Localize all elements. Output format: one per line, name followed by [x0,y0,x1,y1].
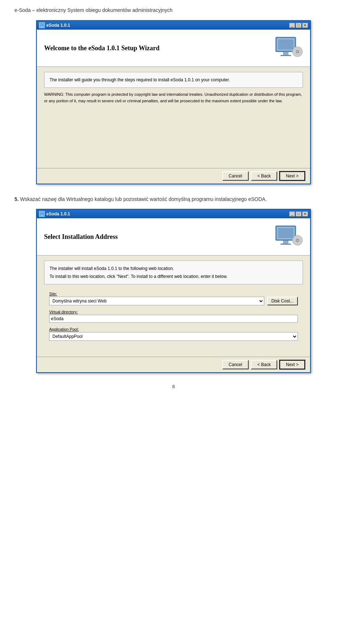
page-number: 8 [14,384,333,389]
info-box-2: The installer will install eSoda 1.0.1 t… [44,261,303,284]
wizard-footer-2: Cancel < Back Next > [37,357,310,372]
info-text-1: The installer will guide you through the… [50,77,230,82]
titlebar-controls-2[interactable]: _ □ ✕ [289,211,308,216]
wizard-footer-1: Cancel < Back Next > [37,168,310,184]
wizard-title-1: Welcome to the eSoda 1.0.1 Setup Wizard [44,44,159,52]
titlebar-icon-2 [39,211,45,217]
wizard-content-2: The installer will install eSoda 1.0.1 t… [37,256,310,357]
back-button-1[interactable]: < Back [251,171,277,181]
info-line-2: To install to this web location, click "… [50,273,297,280]
titlebar-left-2: eSoda 1.0.1 [39,211,70,217]
cancel-button-1[interactable]: Cancel [222,171,249,181]
titlebar-left-1: eSoda 1.0.1 [39,22,70,28]
step-5-text: 5. Wskazać nazwę dla Wirtualnego katalog… [14,195,333,203]
computer-icon-1 [274,35,303,61]
svg-rect-16 [283,241,288,244]
app-pool-select[interactable]: DefaultAppPool [49,332,298,341]
site-select-wrapper[interactable]: Domyślna witryna sieci Web [49,297,264,305]
wizard-header-1: Welcome to the eSoda 1.0.1 Setup Wizard [37,30,310,67]
wizard-title-2: Select Installation Address [44,233,118,241]
titlebar-title-1: eSoda 1.0.1 [46,23,70,28]
dialog1-body: Welcome to the eSoda 1.0.1 Setup Wizard … [37,30,310,184]
titlebar-1: eSoda 1.0.1 _ □ ✕ [37,21,310,30]
svg-rect-13 [41,216,43,216]
setup-wizard-dialog-2: eSoda 1.0.1 _ □ ✕ Select Installation Ad… [36,209,311,373]
svg-rect-5 [283,52,288,55]
warning-text-1: WARNING: This computer program is protec… [44,91,303,104]
svg-rect-10 [278,39,294,50]
disk-cost-button[interactable]: Disk Cost... [267,297,298,305]
maximize-button-1[interactable]: □ [296,23,301,28]
app-pool-select-wrapper[interactable]: DefaultAppPool [49,332,298,341]
svg-rect-17 [280,244,291,245]
next-button-2[interactable]: Next > [279,360,305,369]
svg-rect-6 [280,55,291,56]
titlebar-icon-1 [39,22,45,28]
next-button-1[interactable]: Next > [279,171,305,181]
info-line-1: The installer will install eSoda 1.0.1 t… [50,265,297,272]
svg-rect-1 [41,26,43,27]
app-pool-label: Application Pool: [49,327,298,331]
page-header: e-Soda – elektroniczny System obiegu dok… [14,7,333,13]
svg-point-9 [297,51,298,52]
svg-rect-21 [278,228,294,238]
computer-icon-2 [274,224,303,249]
wizard-content-1: The installer will guide you through the… [37,67,310,168]
close-button-2[interactable]: ✕ [302,211,308,216]
maximize-button-2[interactable]: □ [296,211,301,216]
app-pool-field-row: Application Pool: DefaultAppPool [49,327,298,341]
titlebar-2: eSoda 1.0.1 _ □ ✕ [37,210,310,218]
step-number: 5. [14,196,19,202]
titlebar-title-2: eSoda 1.0.1 [46,211,70,216]
svg-rect-0 [40,24,44,26]
svg-point-20 [297,240,298,241]
close-button-1[interactable]: ✕ [302,23,308,28]
svg-rect-11 [40,212,44,215]
step-description: Wskazać nazwę dla Wirtualnego katalogu l… [20,196,267,202]
virtual-dir-field-row: Virtual directory: [49,310,298,323]
virtual-dir-label: Virtual directory: [49,310,298,314]
site-field-row: Site: Domyślna witryna sieci Web Disk Co… [49,292,298,305]
setup-wizard-dialog-1: eSoda 1.0.1 _ □ ✕ Welcome to the eSoda 1… [36,20,311,184]
minimize-button-1[interactable]: _ [289,23,295,28]
dialog2-body: Select Installation Address The installe… [37,218,310,372]
svg-rect-2 [41,27,43,27]
form-area: Site: Domyślna witryna sieci Web Disk Co… [44,288,303,341]
site-select-row: Domyślna witryna sieci Web Disk Cost... [49,297,298,305]
svg-rect-12 [41,215,43,216]
site-label: Site: [49,292,298,296]
site-select[interactable]: Domyślna witryna sieci Web [49,297,264,305]
minimize-button-2[interactable]: _ [289,211,295,216]
back-button-2[interactable]: < Back [251,360,277,369]
virtual-dir-input[interactable] [49,315,298,323]
cancel-button-2[interactable]: Cancel [222,360,249,369]
titlebar-controls-1[interactable]: _ □ ✕ [289,23,308,28]
info-box-1: The installer will guide you through the… [44,72,303,88]
wizard-header-2: Select Installation Address [37,218,310,256]
